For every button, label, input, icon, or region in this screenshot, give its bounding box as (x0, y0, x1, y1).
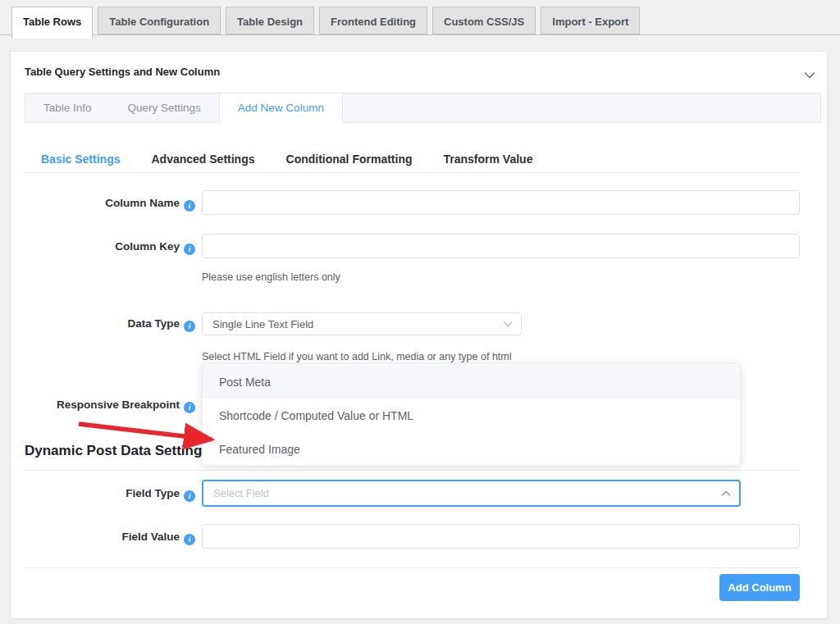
top-tab-table-configuration[interactable]: Table Configuration (98, 7, 221, 34)
label-text: Field Value (121, 531, 180, 543)
subtab-transform-value[interactable]: Transform Value (444, 153, 533, 166)
column-key-label: Column Keyi (25, 240, 195, 255)
sub-tab-bar: Basic Settings Advanced Settings Conditi… (41, 153, 564, 166)
subtab-divider (25, 172, 801, 173)
tab-table-info[interactable]: Table Info (25, 93, 110, 123)
field-value-label: Field Valuei (25, 531, 195, 545)
top-tab-label: Table Design (237, 16, 303, 28)
inner-tab-bar-filler (343, 93, 820, 123)
dropdown-item-post-meta[interactable]: Post Meta (203, 365, 740, 399)
data-type-select[interactable]: Single Line Text Field (202, 312, 522, 335)
label-text: Data Type (127, 317, 180, 330)
section-divider (25, 470, 801, 471)
label-text: Responsive Breakpoint (57, 399, 180, 411)
field-value-input[interactable] (202, 524, 800, 549)
add-column-button[interactable]: Add Column (719, 574, 800, 601)
data-type-dropdown: Post Meta Shortcode / Computed Value or … (202, 363, 741, 466)
subtab-advanced-settings[interactable]: Advanced Settings (151, 153, 254, 166)
info-icon[interactable]: i (184, 534, 195, 545)
panel-title: Table Query Settings and New Column (25, 66, 220, 78)
label-text: Column Name (105, 197, 180, 209)
column-key-input[interactable] (202, 234, 800, 258)
column-name-input[interactable] (202, 190, 800, 215)
column-key-help: Please use english letters only (202, 271, 340, 283)
data-type-label: Data Typei (25, 317, 195, 332)
collapse-panel-button[interactable] (804, 67, 815, 82)
chevron-down-icon (804, 71, 815, 79)
inner-tab-bar: Table Info Query Settings Add New Column (25, 93, 821, 123)
tab-add-new-column[interactable]: Add New Column (219, 93, 343, 123)
info-icon[interactable]: i (184, 490, 195, 502)
top-tab-label: Table Configuration (109, 16, 209, 28)
top-tab-bar: Table Rows Table Configuration Table Des… (11, 7, 645, 39)
label-text: Column Key (115, 240, 180, 253)
tab-label: Table Info (43, 102, 92, 114)
dropdown-item-shortcode[interactable]: Shortcode / Computed Value or HTML (203, 399, 740, 432)
info-icon[interactable]: i (184, 402, 195, 413)
field-type-placeholder: Select Field (213, 481, 269, 505)
subtab-basic-settings[interactable]: Basic Settings (41, 153, 120, 166)
page: Table Rows Table Configuration Table Des… (0, 0, 840, 624)
dropdown-item-featured-image[interactable]: Featured Image (203, 432, 740, 466)
info-icon[interactable]: i (184, 200, 195, 212)
footer-divider (25, 567, 801, 568)
data-type-help: Select HTML Field if you want to add Lin… (202, 351, 512, 362)
top-tab-label: Frontend Editing (331, 16, 416, 28)
top-tab-label: Table Rows (23, 16, 81, 28)
subtab-conditional-formatting[interactable]: Conditional Formatting (286, 153, 413, 166)
chevron-up-icon (721, 490, 731, 497)
top-tab-label: Import - Export (552, 16, 628, 28)
tab-query-settings[interactable]: Query Settings (110, 93, 219, 123)
tab-label: Add New Column (238, 102, 324, 114)
field-type-label: Field Typei (25, 487, 195, 502)
responsive-breakpoint-label: Responsive Breakpointi (25, 399, 195, 413)
section-title: Dynamic Post Data Settings (25, 443, 210, 459)
column-name-label: Column Namei (25, 197, 195, 212)
top-tab-import-export[interactable]: Import - Export (541, 7, 640, 34)
tab-label: Query Settings (128, 102, 201, 114)
top-tab-table-design[interactable]: Table Design (226, 7, 314, 34)
info-icon[interactable]: i (184, 321, 195, 332)
top-tab-custom-css-js[interactable]: Custom CSS/JS (432, 7, 536, 34)
field-type-select[interactable]: Select Field (202, 480, 741, 507)
top-tab-table-rows[interactable]: Table Rows (11, 7, 93, 39)
info-icon[interactable]: i (184, 244, 195, 255)
top-tab-label: Custom CSS/JS (444, 16, 524, 28)
chevron-down-icon (503, 321, 513, 327)
top-tab-frontend-editing[interactable]: Frontend Editing (319, 7, 427, 34)
label-text: Field Type (126, 487, 180, 499)
data-type-selected-value: Single Line Text Field (212, 313, 313, 335)
